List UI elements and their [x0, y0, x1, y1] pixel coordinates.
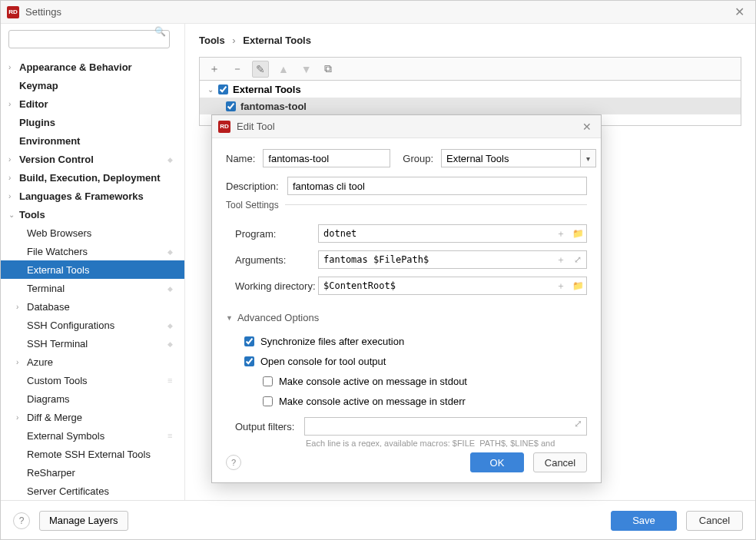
workdir-field[interactable]: [319, 279, 552, 293]
dropdown-caret-icon[interactable]: ▾: [581, 149, 596, 167]
insert-macro-icon[interactable]: ＋: [552, 280, 569, 293]
sidebar-item-server-certs[interactable]: Server Certificates: [1, 482, 184, 500]
sidebar-item-external-tools[interactable]: External Tools: [1, 260, 184, 279]
workdir-label: Working directory:: [235, 280, 318, 292]
dialog-title: Edit Tool: [237, 121, 275, 132]
sidebar-item-vcs[interactable]: ›Version Control: [1, 150, 184, 168]
insert-macro-icon[interactable]: ＋: [552, 253, 569, 267]
search-input[interactable]: [8, 30, 170, 48]
group-select[interactable]: [441, 149, 581, 167]
ok-button[interactable]: OK: [470, 452, 524, 472]
group-checkbox[interactable]: [218, 84, 228, 94]
window-title: Settings: [25, 6, 61, 18]
name-label: Name:: [226, 153, 255, 164]
description-label: Description:: [226, 181, 280, 192]
sync-checkbox[interactable]: [244, 336, 254, 346]
sidebar-item-external-symbols[interactable]: External Symbols: [1, 426, 184, 445]
edit-icon[interactable]: ✎: [252, 61, 269, 78]
program-label: Program:: [235, 228, 318, 240]
help-icon[interactable]: ?: [13, 512, 30, 529]
dialog-titlebar: RD Edit Tool ✕: [212, 115, 601, 138]
scope-badge-icon: [167, 247, 178, 256]
chevron-down-icon: ▼: [226, 314, 233, 322]
sidebar-item-editor[interactable]: ›Editor: [1, 94, 184, 113]
scope-badge-icon: [167, 321, 178, 330]
app-icon: RD: [7, 6, 19, 18]
sidebar-item-environment[interactable]: Environment: [1, 131, 184, 150]
browse-folder-icon[interactable]: 📁: [569, 228, 586, 239]
sidebar-item-diff-merge[interactable]: ›Diff & Merge: [1, 408, 184, 426]
search-wrap: [1, 24, 184, 55]
sidebar-item-terminal[interactable]: Terminal: [1, 279, 184, 297]
group-label: Group:: [403, 153, 433, 164]
arguments-field[interactable]: [319, 253, 552, 267]
sidebar-item-azure[interactable]: ›Azure: [1, 353, 184, 371]
copy-icon[interactable]: ⧉: [321, 61, 335, 77]
dialog-body: Name: Group: ▾ Description: Tool Setting…: [212, 138, 601, 447]
tool-group-row[interactable]: ⌄ External Tools: [200, 81, 741, 98]
sidebar-item-resharper[interactable]: ReSharper: [1, 463, 184, 482]
sidebar-item-file-watchers[interactable]: File Watchers: [1, 242, 184, 260]
sidebar-item-build[interactable]: ›Build, Execution, Deployment: [1, 168, 184, 187]
tool-settings-legend: Tool Settings: [226, 200, 285, 210]
help-icon[interactable]: ?: [226, 455, 241, 470]
chevron-down-icon[interactable]: ⌄: [207, 85, 218, 94]
expand-icon[interactable]: ⤢: [569, 254, 586, 265]
stderr-checkbox[interactable]: [263, 396, 273, 406]
program-field[interactable]: [319, 227, 552, 240]
cancel-button[interactable]: Cancel: [686, 511, 743, 531]
stdout-label: Make console active on message in stdout: [279, 376, 467, 387]
open-console-label: Open console for tool output: [260, 356, 386, 367]
sidebar-item-web-browsers[interactable]: Web Browsers: [1, 224, 184, 242]
settings-tree[interactable]: ›Appearance & Behavior Keymap ›Editor Pl…: [1, 55, 184, 500]
breadcrumb-root[interactable]: Tools: [199, 35, 225, 46]
sidebar-item-tools[interactable]: ⌄Tools: [1, 205, 184, 224]
tool-item-row[interactable]: fantomas-tool: [200, 98, 741, 114]
close-icon[interactable]: ✕: [579, 119, 595, 134]
expand-icon[interactable]: ⤢: [569, 418, 586, 435]
down-icon[interactable]: ▼: [298, 61, 315, 77]
sidebar-item-appearance[interactable]: ›Appearance & Behavior: [1, 58, 184, 76]
dialog-footer: ? OK Cancel: [212, 447, 601, 482]
edit-tool-dialog: RD Edit Tool ✕ Name: Group: ▾ Descriptio…: [211, 114, 602, 483]
name-field[interactable]: [263, 149, 390, 167]
dialog-cancel-button[interactable]: Cancel: [533, 452, 587, 472]
scope-badge-icon: [167, 340, 178, 348]
sidebar-item-remote-ssh-tools[interactable]: Remote SSH External Tools: [1, 445, 184, 463]
sidebar-item-ssh-config[interactable]: SSH Configurations: [1, 316, 184, 334]
save-button[interactable]: Save: [611, 511, 677, 531]
output-filters-field[interactable]: [305, 418, 569, 435]
sidebar-item-languages[interactable]: ›Languages & Frameworks: [1, 187, 184, 205]
scope-badge-icon: [167, 376, 178, 385]
up-icon[interactable]: ▲: [275, 61, 292, 77]
open-console-checkbox[interactable]: [244, 356, 254, 366]
sidebar-item-database[interactable]: ›Database: [1, 297, 184, 316]
tool-checkbox[interactable]: [226, 101, 236, 111]
arguments-label: Arguments:: [235, 254, 318, 266]
close-icon[interactable]: ✕: [730, 3, 749, 21]
sidebar-item-keymap[interactable]: Keymap: [1, 76, 184, 94]
breadcrumb-leaf: External Tools: [243, 35, 311, 46]
sidebar-item-ssh-terminal[interactable]: SSH Terminal: [1, 334, 184, 353]
sidebar-item-plugins[interactable]: Plugins: [1, 113, 184, 131]
tools-toolbar: ＋ － ✎ ▲ ▼ ⧉: [199, 57, 741, 80]
add-icon[interactable]: ＋: [206, 61, 223, 78]
output-filters-hint: Each line is a regex, available macros: …: [226, 439, 587, 447]
settings-footer: ? Manage Layers Save Cancel: [1, 500, 755, 540]
advanced-options-toggle[interactable]: ▼ Advanced Options: [226, 312, 587, 323]
sidebar-item-custom-tools[interactable]: Custom Tools: [1, 371, 184, 389]
window-titlebar: RD Settings ✕: [1, 1, 755, 24]
insert-macro-icon[interactable]: ＋: [552, 227, 569, 240]
breadcrumb: Tools › External Tools: [199, 35, 741, 46]
group-label: External Tools: [233, 84, 301, 95]
sidebar-item-diagrams[interactable]: Diagrams: [1, 389, 184, 408]
scope-badge-icon: [167, 431, 178, 440]
manage-layers-button[interactable]: Manage Layers: [39, 511, 128, 531]
browse-folder-icon[interactable]: 📁: [569, 280, 586, 291]
description-field[interactable]: [287, 177, 587, 195]
tool-settings-fieldset: Tool Settings Program: ＋ 📁 Arguments: ＋ …: [226, 204, 587, 303]
remove-icon[interactable]: －: [229, 61, 246, 78]
sync-label: Synchronize files after execution: [260, 336, 404, 347]
advanced-options-label: Advanced Options: [237, 312, 319, 323]
stdout-checkbox[interactable]: [263, 376, 273, 386]
